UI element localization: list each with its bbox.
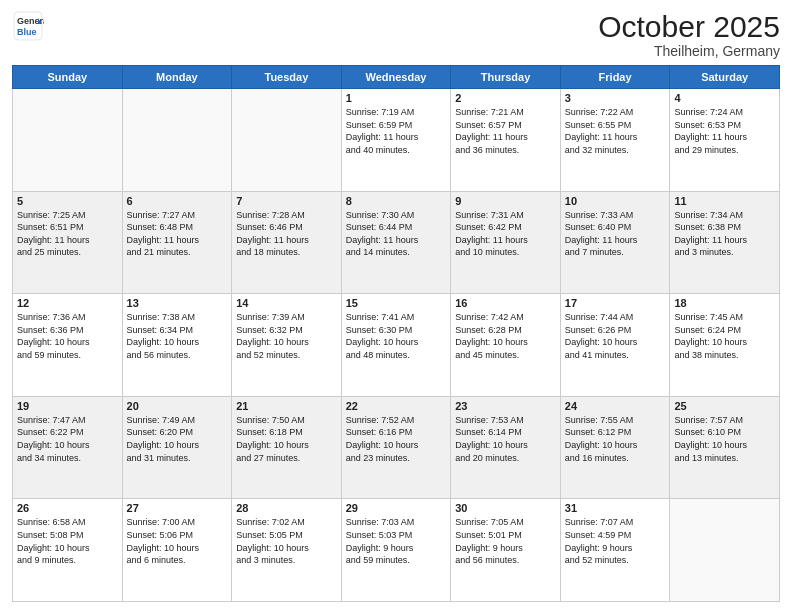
calendar-cell: [13, 89, 123, 192]
calendar-cell: 16Sunrise: 7:42 AM Sunset: 6:28 PM Dayli…: [451, 294, 561, 397]
day-number: 8: [346, 195, 447, 207]
day-number: 13: [127, 297, 228, 309]
day-number: 21: [236, 400, 337, 412]
cell-info: Sunrise: 7:33 AM Sunset: 6:40 PM Dayligh…: [565, 209, 666, 259]
calendar-cell: 4Sunrise: 7:24 AM Sunset: 6:53 PM Daylig…: [670, 89, 780, 192]
day-number: 31: [565, 502, 666, 514]
day-number: 20: [127, 400, 228, 412]
day-number: 30: [455, 502, 556, 514]
calendar-cell: 20Sunrise: 7:49 AM Sunset: 6:20 PM Dayli…: [122, 396, 232, 499]
cell-info: Sunrise: 7:34 AM Sunset: 6:38 PM Dayligh…: [674, 209, 775, 259]
calendar-row-2: 12Sunrise: 7:36 AM Sunset: 6:36 PM Dayli…: [13, 294, 780, 397]
weekday-header-saturday: Saturday: [670, 66, 780, 89]
calendar-cell: 27Sunrise: 7:00 AM Sunset: 5:06 PM Dayli…: [122, 499, 232, 602]
cell-info: Sunrise: 7:42 AM Sunset: 6:28 PM Dayligh…: [455, 311, 556, 361]
calendar-cell: 13Sunrise: 7:38 AM Sunset: 6:34 PM Dayli…: [122, 294, 232, 397]
cell-info: Sunrise: 7:21 AM Sunset: 6:57 PM Dayligh…: [455, 106, 556, 156]
calendar-cell: 12Sunrise: 7:36 AM Sunset: 6:36 PM Dayli…: [13, 294, 123, 397]
weekday-header-sunday: Sunday: [13, 66, 123, 89]
weekday-header-friday: Friday: [560, 66, 670, 89]
calendar-cell: 28Sunrise: 7:02 AM Sunset: 5:05 PM Dayli…: [232, 499, 342, 602]
calendar-cell: 1Sunrise: 7:19 AM Sunset: 6:59 PM Daylig…: [341, 89, 451, 192]
calendar-cell: 5Sunrise: 7:25 AM Sunset: 6:51 PM Daylig…: [13, 191, 123, 294]
calendar-cell: 19Sunrise: 7:47 AM Sunset: 6:22 PM Dayli…: [13, 396, 123, 499]
calendar-cell: 23Sunrise: 7:53 AM Sunset: 6:14 PM Dayli…: [451, 396, 561, 499]
calendar-row-1: 5Sunrise: 7:25 AM Sunset: 6:51 PM Daylig…: [13, 191, 780, 294]
day-number: 9: [455, 195, 556, 207]
calendar-cell: 2Sunrise: 7:21 AM Sunset: 6:57 PM Daylig…: [451, 89, 561, 192]
calendar-cell: 26Sunrise: 6:58 AM Sunset: 5:08 PM Dayli…: [13, 499, 123, 602]
cell-info: Sunrise: 7:28 AM Sunset: 6:46 PM Dayligh…: [236, 209, 337, 259]
cell-info: Sunrise: 7:38 AM Sunset: 6:34 PM Dayligh…: [127, 311, 228, 361]
weekday-header-monday: Monday: [122, 66, 232, 89]
cell-info: Sunrise: 7:22 AM Sunset: 6:55 PM Dayligh…: [565, 106, 666, 156]
title-location: Theilheim, Germany: [598, 43, 780, 59]
cell-info: Sunrise: 7:24 AM Sunset: 6:53 PM Dayligh…: [674, 106, 775, 156]
header: General Blue October 2025 Theilheim, Ger…: [12, 10, 780, 59]
calendar-cell: 21Sunrise: 7:50 AM Sunset: 6:18 PM Dayli…: [232, 396, 342, 499]
cell-info: Sunrise: 7:49 AM Sunset: 6:20 PM Dayligh…: [127, 414, 228, 464]
calendar-cell: [122, 89, 232, 192]
calendar-row-0: 1Sunrise: 7:19 AM Sunset: 6:59 PM Daylig…: [13, 89, 780, 192]
day-number: 22: [346, 400, 447, 412]
weekday-header-tuesday: Tuesday: [232, 66, 342, 89]
calendar-table: SundayMondayTuesdayWednesdayThursdayFrid…: [12, 65, 780, 602]
calendar-page: General Blue October 2025 Theilheim, Ger…: [0, 0, 792, 612]
day-number: 12: [17, 297, 118, 309]
cell-info: Sunrise: 6:58 AM Sunset: 5:08 PM Dayligh…: [17, 516, 118, 566]
day-number: 6: [127, 195, 228, 207]
cell-info: Sunrise: 7:02 AM Sunset: 5:05 PM Dayligh…: [236, 516, 337, 566]
calendar-cell: 18Sunrise: 7:45 AM Sunset: 6:24 PM Dayli…: [670, 294, 780, 397]
calendar-cell: 8Sunrise: 7:30 AM Sunset: 6:44 PM Daylig…: [341, 191, 451, 294]
calendar-cell: 9Sunrise: 7:31 AM Sunset: 6:42 PM Daylig…: [451, 191, 561, 294]
cell-info: Sunrise: 7:19 AM Sunset: 6:59 PM Dayligh…: [346, 106, 447, 156]
cell-info: Sunrise: 7:41 AM Sunset: 6:30 PM Dayligh…: [346, 311, 447, 361]
cell-info: Sunrise: 7:27 AM Sunset: 6:48 PM Dayligh…: [127, 209, 228, 259]
weekday-header-thursday: Thursday: [451, 66, 561, 89]
calendar-cell: 29Sunrise: 7:03 AM Sunset: 5:03 PM Dayli…: [341, 499, 451, 602]
calendar-cell: 6Sunrise: 7:27 AM Sunset: 6:48 PM Daylig…: [122, 191, 232, 294]
calendar-cell: 11Sunrise: 7:34 AM Sunset: 6:38 PM Dayli…: [670, 191, 780, 294]
cell-info: Sunrise: 7:44 AM Sunset: 6:26 PM Dayligh…: [565, 311, 666, 361]
day-number: 15: [346, 297, 447, 309]
day-number: 14: [236, 297, 337, 309]
day-number: 26: [17, 502, 118, 514]
cell-info: Sunrise: 7:25 AM Sunset: 6:51 PM Dayligh…: [17, 209, 118, 259]
day-number: 11: [674, 195, 775, 207]
cell-info: Sunrise: 7:03 AM Sunset: 5:03 PM Dayligh…: [346, 516, 447, 566]
title-block: October 2025 Theilheim, Germany: [598, 10, 780, 59]
calendar-row-3: 19Sunrise: 7:47 AM Sunset: 6:22 PM Dayli…: [13, 396, 780, 499]
day-number: 25: [674, 400, 775, 412]
calendar-cell: 17Sunrise: 7:44 AM Sunset: 6:26 PM Dayli…: [560, 294, 670, 397]
day-number: 17: [565, 297, 666, 309]
calendar-cell: 31Sunrise: 7:07 AM Sunset: 4:59 PM Dayli…: [560, 499, 670, 602]
cell-info: Sunrise: 7:50 AM Sunset: 6:18 PM Dayligh…: [236, 414, 337, 464]
day-number: 10: [565, 195, 666, 207]
cell-info: Sunrise: 7:53 AM Sunset: 6:14 PM Dayligh…: [455, 414, 556, 464]
cell-info: Sunrise: 7:47 AM Sunset: 6:22 PM Dayligh…: [17, 414, 118, 464]
calendar-cell: 3Sunrise: 7:22 AM Sunset: 6:55 PM Daylig…: [560, 89, 670, 192]
cell-info: Sunrise: 7:05 AM Sunset: 5:01 PM Dayligh…: [455, 516, 556, 566]
day-number: 18: [674, 297, 775, 309]
day-number: 27: [127, 502, 228, 514]
day-number: 3: [565, 92, 666, 104]
day-number: 7: [236, 195, 337, 207]
logo-icon: General Blue: [12, 10, 44, 46]
calendar-cell: [670, 499, 780, 602]
cell-info: Sunrise: 7:30 AM Sunset: 6:44 PM Dayligh…: [346, 209, 447, 259]
day-number: 29: [346, 502, 447, 514]
calendar-cell: 25Sunrise: 7:57 AM Sunset: 6:10 PM Dayli…: [670, 396, 780, 499]
calendar-cell: 24Sunrise: 7:55 AM Sunset: 6:12 PM Dayli…: [560, 396, 670, 499]
cell-info: Sunrise: 7:45 AM Sunset: 6:24 PM Dayligh…: [674, 311, 775, 361]
svg-text:Blue: Blue: [17, 27, 37, 37]
weekday-header-row: SundayMondayTuesdayWednesdayThursdayFrid…: [13, 66, 780, 89]
cell-info: Sunrise: 7:00 AM Sunset: 5:06 PM Dayligh…: [127, 516, 228, 566]
weekday-header-wednesday: Wednesday: [341, 66, 451, 89]
day-number: 23: [455, 400, 556, 412]
cell-info: Sunrise: 7:57 AM Sunset: 6:10 PM Dayligh…: [674, 414, 775, 464]
day-number: 5: [17, 195, 118, 207]
cell-info: Sunrise: 7:07 AM Sunset: 4:59 PM Dayligh…: [565, 516, 666, 566]
calendar-cell: 30Sunrise: 7:05 AM Sunset: 5:01 PM Dayli…: [451, 499, 561, 602]
cell-info: Sunrise: 7:31 AM Sunset: 6:42 PM Dayligh…: [455, 209, 556, 259]
calendar-cell: [232, 89, 342, 192]
